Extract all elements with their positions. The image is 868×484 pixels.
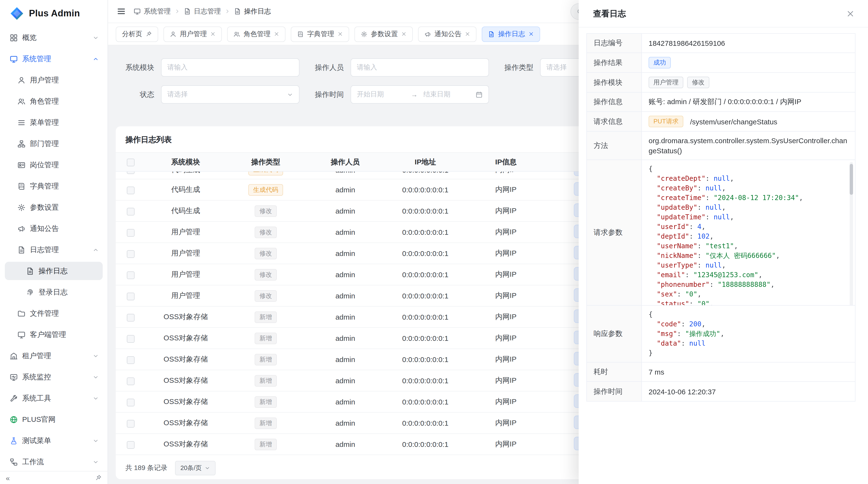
row-checkbox[interactable] <box>127 420 134 427</box>
sidebar-item[interactable]: 工作流 <box>5 453 103 471</box>
detail-label: 方法 <box>587 132 642 160</box>
row-checkbox[interactable] <box>127 398 134 406</box>
tab-close-icon[interactable] <box>401 31 406 37</box>
row-checkbox[interactable] <box>127 229 134 236</box>
row-checkbox[interactable] <box>127 250 134 258</box>
cell-ip-info: 内网IP <box>466 376 546 385</box>
scrollbar-thumb[interactable] <box>850 164 853 195</box>
sidebar-item[interactable]: PLUS官网 <box>5 410 103 428</box>
filter-select[interactable]: 请选择 <box>161 85 300 104</box>
sidebar-item[interactable]: 岗位管理 <box>5 156 103 174</box>
sidebar-item[interactable]: 操作日志 <box>5 262 103 280</box>
sidebar-item[interactable]: 概览 <box>5 28 103 47</box>
home-icon <box>10 352 18 360</box>
sidebar-item[interactable]: 登录日志 <box>5 283 103 301</box>
sidebar-item-label: 操作日志 <box>38 266 67 276</box>
sidebar-item[interactable]: 测试菜单 <box>5 431 103 450</box>
row-checkbox[interactable] <box>127 441 134 449</box>
tab[interactable]: 通知公告 <box>418 26 476 42</box>
sidebar-item[interactable]: 角色管理 <box>5 92 103 110</box>
display-icon <box>10 373 18 381</box>
sidebar-item-label: 系统工具 <box>22 394 51 403</box>
sidebar-item[interactable]: 通知公告 <box>5 219 103 238</box>
tab[interactable]: 字典管理 <box>291 26 349 42</box>
tab[interactable]: 角色管理 <box>227 26 285 42</box>
monitor-icon <box>18 330 26 338</box>
tab[interactable]: 用户管理 <box>163 26 222 42</box>
operation-type-badge: 新增 <box>255 332 277 344</box>
sidebar-item[interactable]: 日志管理 <box>5 240 103 259</box>
cell-ip: 0:0:0:0:0:0:0:1 <box>385 228 466 236</box>
megaphone-icon <box>18 224 26 233</box>
pin-icon[interactable] <box>95 474 102 481</box>
date-range-picker[interactable]: 开始日期→结束日期 <box>350 85 489 104</box>
filter-input[interactable]: 请输入 <box>350 58 489 77</box>
app-root: Plus Admin 概览系统管理用户管理角色管理菜单管理部门管理岗位管理字典管… <box>0 0 868 484</box>
sidebar-item[interactable]: 参数设置 <box>5 198 103 217</box>
sidebar-item-label: 菜单管理 <box>30 118 59 127</box>
cell-module: OSS对象存储 <box>146 376 226 385</box>
sidebar-item[interactable]: 菜单管理 <box>5 113 103 132</box>
tab[interactable]: 参数设置 <box>354 26 413 42</box>
cell-ip: 0:0:0:0:0:0:0:1 <box>385 398 466 406</box>
row-checkbox[interactable] <box>127 335 134 343</box>
breadcrumb-item[interactable]: 日志管理 <box>184 7 221 16</box>
sidebar-item[interactable]: 租户管理 <box>5 347 103 365</box>
sidebar-item-label: 工作流 <box>22 457 44 466</box>
filter-input[interactable]: 请输入 <box>161 58 300 77</box>
folder-icon <box>18 309 26 317</box>
sidebar-item[interactable]: 客户端管理 <box>5 325 103 344</box>
filter-label: 操作类型 <box>495 63 533 72</box>
gear-icon <box>361 31 368 37</box>
chevron-up-icon <box>93 56 99 62</box>
tab[interactable]: 分析页 <box>116 26 158 42</box>
cell-ip-info: 内网IP <box>466 270 546 279</box>
start-date-placeholder: 开始日期 <box>357 90 405 99</box>
row-checkbox[interactable] <box>127 207 134 215</box>
row-checkbox[interactable] <box>127 356 134 364</box>
cell-operator: admin <box>306 270 385 279</box>
tab-close-icon[interactable] <box>338 31 343 37</box>
scrollbar[interactable] <box>850 162 853 305</box>
fingerprint-icon <box>26 288 34 296</box>
tab-close-icon[interactable] <box>528 31 534 37</box>
cell-module: 代码生成 <box>146 206 226 216</box>
sidebar-item[interactable]: 部门管理 <box>5 134 103 153</box>
sidebar-item[interactable]: 用户管理 <box>5 71 103 89</box>
close-icon[interactable] <box>846 9 855 18</box>
page-size-select[interactable]: 20条/页 <box>175 461 216 475</box>
operation-type-badge: 生成代码 <box>248 184 283 195</box>
sidebar-item-label: 租户管理 <box>22 351 51 360</box>
row-checkbox[interactable] <box>127 292 134 300</box>
row-checkbox[interactable] <box>127 377 134 385</box>
tab-close-icon[interactable] <box>210 31 216 37</box>
cell-ip-info: 内网IP <box>466 228 546 237</box>
sidebar-item[interactable]: 文件管理 <box>5 304 103 323</box>
cell-operator: admin <box>306 440 385 448</box>
app-logo[interactable]: Plus Admin <box>0 0 107 27</box>
row-checkbox[interactable] <box>127 172 134 174</box>
cell-operator: admin <box>306 249 385 257</box>
sidebar-item[interactable]: 系统工具 <box>5 389 103 407</box>
row-checkbox[interactable] <box>127 186 134 194</box>
cell-ip: 0:0:0:0:0:0:0:1 <box>385 313 466 321</box>
tab-close-icon[interactable] <box>465 31 470 37</box>
operation-type-badge: 修改 <box>255 269 277 280</box>
sidebar-collapse-button[interactable]: « <box>6 474 10 481</box>
tab[interactable]: 操作日志 <box>482 26 540 42</box>
row-checkbox[interactable] <box>127 271 134 279</box>
sidebar-item[interactable]: 字典管理 <box>5 177 103 195</box>
hamburger-menu-icon[interactable] <box>117 7 126 16</box>
globe-icon <box>10 415 18 423</box>
breadcrumb-item[interactable]: 系统管理 <box>133 7 171 16</box>
operation-type-badge: 修改 <box>255 290 277 301</box>
select-all-checkbox[interactable] <box>127 159 134 166</box>
cell-operator: admin <box>306 292 385 300</box>
sidebar-item[interactable]: 系统监控 <box>5 368 103 386</box>
cell-ip: 0:0:0:0:0:0:0:1 <box>385 207 466 215</box>
tab-close-icon[interactable] <box>274 31 279 37</box>
breadcrumb-item[interactable]: 操作日志 <box>234 7 271 16</box>
cell-ip: 0:0:0:0:0:0:0:1 <box>385 419 466 427</box>
sidebar-item[interactable]: 系统管理 <box>5 50 103 68</box>
row-checkbox[interactable] <box>127 314 134 321</box>
